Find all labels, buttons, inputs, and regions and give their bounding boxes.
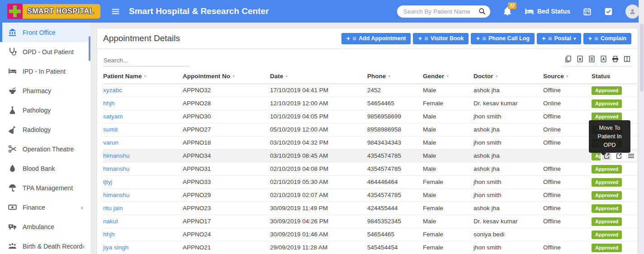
column-header-label: Appointment No [183, 73, 230, 80]
cell-appointment-no: APPNO30 [183, 110, 270, 123]
table-row[interactable]: satyam APPNO30 10/10/2019 04:05 PM 98569… [103, 110, 637, 123]
sidebar-item[interactable]: Radiology ‹ [0, 120, 90, 139]
caret-down-icon [573, 36, 576, 42]
sidebar-item[interactable]: TPA Management ‹ [0, 178, 90, 198]
bed-status-button[interactable]: Bed Status [525, 7, 570, 16]
sort-icon[interactable] [496, 74, 498, 79]
column-header[interactable]: Source [543, 68, 592, 84]
sidebar-item[interactable]: Pathology ‹ [0, 100, 90, 120]
sidebar-item[interactable]: Finance ‹ [0, 198, 90, 217]
patient-link[interactable]: himanshu [103, 165, 130, 172]
table-row[interactable]: himanshu APPNO31 02/10/2019 04:08 PM 435… [103, 163, 637, 176]
app-logo[interactable]: SMART HOSPITAL [7, 3, 100, 19]
cell-patient-name: tjtyj [103, 176, 183, 188]
export-button[interactable] [611, 55, 619, 63]
patient-link[interactable]: sumit [103, 126, 118, 133]
column-header[interactable]: Patient Name [103, 68, 183, 84]
notification-count-badge: 22 [508, 2, 516, 9]
tooltip-move-to-opd: Move To Patient In OPD [589, 120, 630, 153]
cell-date: 30/09/2019 01:46 AM [270, 228, 367, 241]
patient-search-input[interactable] [403, 8, 478, 15]
column-header[interactable]: Date [270, 68, 367, 84]
patient-link[interactable]: varun [103, 139, 118, 146]
sort-icon[interactable] [566, 74, 568, 79]
cell-doctor: ashok jha [474, 202, 543, 215]
notifications-button[interactable]: 22 [503, 7, 512, 16]
table-row[interactable]: nakul APPNO17 30/09/2019 04:26 PM 984535… [103, 215, 637, 228]
patient-link[interactable]: hhjh [103, 100, 115, 107]
toolbar-button[interactable]: Phone Call Log [471, 33, 535, 44]
patient-link[interactable]: nakul [103, 218, 118, 225]
sidebar-scrollbar-thumb[interactable] [89, 36, 90, 61]
table-row[interactable]: sumit APPNO27 05/10/2019 12:00 AM 895898… [103, 123, 637, 136]
patient-search[interactable] [397, 5, 490, 18]
sidebar-item[interactable]: Ambulance ‹ [0, 217, 90, 236]
patient-link[interactable]: xyzabc [103, 87, 122, 94]
patient-link[interactable]: himanshu [103, 152, 130, 159]
table-row[interactable]: ritu jain APPNO23 30/09/2019 11:49 PM 42… [103, 202, 637, 215]
export-button[interactable] [564, 55, 572, 63]
table-row[interactable]: himanshu APPNO34 03/10/2019 08:45 AM 435… [103, 150, 637, 163]
export-button[interactable] [576, 55, 584, 63]
patient-link[interactable]: ritu jain [103, 205, 123, 212]
table-row[interactable]: varun APPNO18 03/10/2019 04:32 PM 984343… [103, 136, 637, 150]
page-scrollbar[interactable] [639, 0, 644, 254]
cell-appointment-no: APPNO27 [183, 123, 270, 136]
sidebar-item[interactable]: Operation Theatre ‹ [0, 139, 90, 159]
column-header-label: Date [270, 73, 283, 80]
sidebar-item[interactable]: OPD - Out Patient ‹ [0, 42, 90, 61]
move-action-button[interactable] [614, 152, 624, 160]
column-header-label: Source [543, 73, 564, 80]
sort-icon[interactable] [388, 74, 390, 79]
patient-link[interactable]: himanshu [103, 192, 130, 198]
sidebar-item-icon [8, 86, 17, 95]
column-header[interactable]: Phone [367, 68, 423, 84]
column-header[interactable]: Doctor [474, 68, 543, 84]
export-button[interactable] [588, 55, 596, 63]
column-header[interactable]: Gender [423, 68, 474, 84]
patient-link[interactable]: satyam [103, 113, 123, 120]
row-menu-button[interactable] [626, 152, 636, 160]
toolbar-button[interactable]: Postal [537, 33, 581, 44]
table-row[interactable]: himanshu APPNO29 02/10/2019 02:07 AM 435… [103, 189, 637, 202]
tasks-icon[interactable] [604, 7, 613, 16]
scrollbar-thumb[interactable] [640, 24, 644, 91]
toolbar-button[interactable]: Visitor Book [413, 33, 469, 44]
sidebar-item[interactable]: Birth & Death Record ‹ [0, 236, 90, 254]
table-row[interactable]: hhjh APPNO24 30/09/2019 01:46 AM 5465446… [103, 228, 637, 241]
table-row[interactable]: hhjh APPNO28 12/10/2019 12:00 AM 5465446… [103, 97, 637, 110]
cell-gender: Female [423, 228, 474, 241]
user-avatar[interactable] [625, 5, 639, 19]
sort-icon[interactable] [144, 74, 147, 79]
table-header-row: Patient Name Appointment No Date [103, 68, 637, 84]
sidebar-item-label: Ambulance [23, 223, 54, 230]
toolbar-button[interactable]: Add Appointment [341, 33, 411, 44]
export-button[interactable] [623, 55, 631, 63]
column-header-label: Patient Name [103, 73, 142, 80]
calendar-icon[interactable] [583, 7, 592, 16]
sidebar-item[interactable]: Blood Bank ‹ [0, 159, 90, 178]
sidebar-toggle-button[interactable] [111, 7, 120, 16]
table-row[interactable]: jiya singh APPNO21 29/09/2019 11:28 AM 5… [103, 241, 637, 254]
cell-patient-name: xyzabc [103, 84, 183, 97]
cell-phone: 4354574785 [367, 189, 423, 202]
bars-icon [594, 35, 598, 42]
export-button[interactable] [600, 55, 607, 63]
column-header[interactable]: Appointment No [183, 68, 270, 84]
search-icon[interactable] [478, 8, 486, 15]
sort-icon[interactable] [232, 74, 235, 79]
cell-gender: Male [423, 163, 474, 175]
table-search-input[interactable] [103, 56, 189, 66]
table-row[interactable]: tjtyj APPNO33 02/10/2019 05:30 AM 464446… [103, 176, 637, 189]
patient-link[interactable]: tjtyj [103, 179, 112, 185]
sort-icon[interactable] [285, 74, 288, 79]
sidebar-item[interactable]: Front Office ‹ [0, 23, 90, 42]
sidebar-item[interactable]: Pharmacy ‹ [0, 81, 90, 100]
sidebar-item[interactable]: IPD - In Patient ‹ [0, 61, 90, 81]
patient-link[interactable]: hhjh [103, 231, 115, 238]
table-row[interactable]: xyzabc APPNO32 17/10/2019 04:41 PM 2452 … [103, 84, 637, 97]
toolbar-button[interactable]: Complain [583, 33, 631, 44]
column-header[interactable]: Status [592, 68, 637, 84]
patient-link[interactable]: jiya singh [103, 244, 128, 251]
sort-icon[interactable] [446, 74, 449, 79]
